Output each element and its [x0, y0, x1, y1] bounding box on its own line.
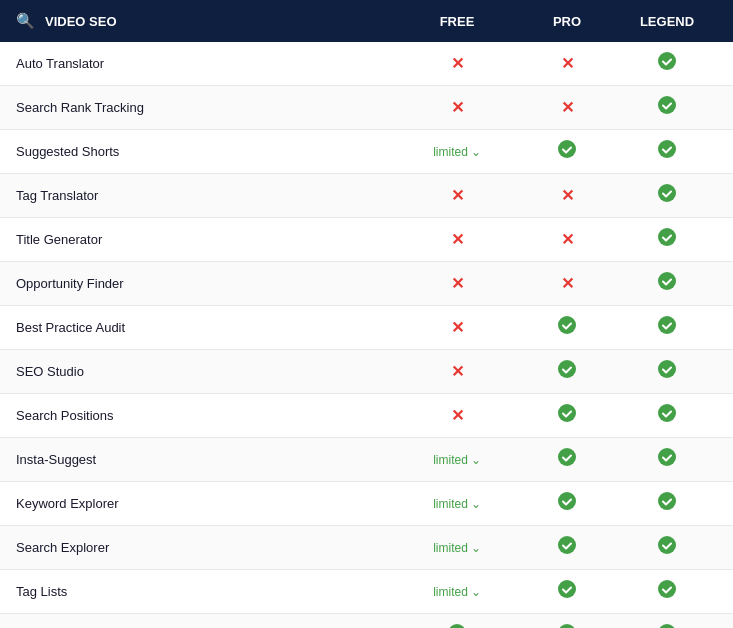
svg-point-1	[658, 96, 676, 114]
check-icon	[557, 535, 577, 560]
cell-pro	[517, 139, 617, 164]
cell-pro: ✕	[517, 274, 617, 293]
section-icon: 🔍	[16, 12, 35, 30]
check-icon	[657, 227, 677, 252]
header-legend: LEGEND	[617, 14, 717, 29]
table-row: Suggested Shortslimited⌄	[0, 130, 733, 174]
row-label: Insta-Suggest	[16, 452, 397, 467]
cell-free: limited⌄	[397, 497, 517, 511]
limited-badge: limited⌄	[433, 497, 481, 511]
table-row: Insta-Suggestlimited⌄	[0, 438, 733, 482]
cell-free: limited⌄	[397, 453, 517, 467]
svg-point-2	[558, 140, 576, 158]
chevron-down-icon: ⌄	[471, 145, 481, 159]
svg-point-21	[448, 624, 466, 628]
check-icon	[557, 579, 577, 604]
cell-pro: ✕	[517, 186, 617, 205]
cell-legend	[617, 139, 717, 164]
cell-free: ✕	[397, 318, 517, 337]
cell-pro: ✕	[517, 54, 617, 73]
x-icon: ✕	[451, 318, 464, 337]
x-icon: ✕	[451, 54, 464, 73]
check-icon	[657, 623, 677, 628]
table-row: Search Explorerlimited⌄	[0, 526, 733, 570]
x-icon: ✕	[451, 274, 464, 293]
limited-badge: limited⌄	[433, 541, 481, 555]
row-label: Keyword Explorer	[16, 496, 397, 511]
cell-pro	[517, 315, 617, 340]
cell-pro	[517, 491, 617, 516]
table-header: 🔍 VIDEO SEO FREE PRO LEGEND	[0, 0, 733, 42]
cell-legend	[617, 183, 717, 208]
row-label: Tag Translator	[16, 188, 397, 203]
check-icon	[657, 183, 677, 208]
table-row: Title Generator✕✕	[0, 218, 733, 262]
limited-badge: limited⌄	[433, 453, 481, 467]
table-row: Tag Listslimited⌄	[0, 570, 733, 614]
cell-legend	[617, 359, 717, 384]
cell-free: ✕	[397, 362, 517, 381]
table-row: Search Rank Tracking✕✕	[0, 86, 733, 130]
svg-point-17	[558, 536, 576, 554]
check-icon	[557, 359, 577, 384]
check-icon	[657, 139, 677, 164]
row-label: Suggested Shorts	[16, 144, 397, 159]
x-icon: ✕	[561, 186, 574, 205]
check-icon	[557, 403, 577, 428]
cell-free	[397, 623, 517, 628]
cell-free: limited⌄	[397, 145, 517, 159]
check-icon	[657, 535, 677, 560]
comparison-table: 🔍 VIDEO SEO FREE PRO LEGEND Auto Transla…	[0, 0, 733, 628]
x-icon: ✕	[561, 230, 574, 249]
x-icon: ✕	[451, 230, 464, 249]
limited-badge: limited⌄	[433, 145, 481, 159]
svg-point-19	[558, 580, 576, 598]
svg-point-18	[658, 536, 676, 554]
row-label: Search Explorer	[16, 540, 397, 555]
svg-point-8	[658, 316, 676, 334]
cell-legend	[617, 227, 717, 252]
cell-legend	[617, 271, 717, 296]
check-icon	[657, 315, 677, 340]
check-icon	[657, 579, 677, 604]
cell-legend	[617, 579, 717, 604]
svg-point-7	[558, 316, 576, 334]
cell-pro	[517, 535, 617, 560]
row-label: Title Generator	[16, 232, 397, 247]
row-label: Search Rank Tracking	[16, 100, 397, 115]
limited-text: limited	[433, 497, 468, 511]
cell-free: ✕	[397, 98, 517, 117]
x-icon: ✕	[561, 274, 574, 293]
svg-point-10	[658, 360, 676, 378]
table-row: Search Positions✕	[0, 394, 733, 438]
x-icon: ✕	[561, 98, 574, 117]
svg-point-5	[658, 228, 676, 246]
svg-point-12	[658, 404, 676, 422]
svg-point-3	[658, 140, 676, 158]
limited-text: limited	[433, 145, 468, 159]
table-row: Tag Translator✕✕	[0, 174, 733, 218]
cell-legend	[617, 403, 717, 428]
row-label: Auto Translator	[16, 56, 397, 71]
cell-free: ✕	[397, 274, 517, 293]
svg-point-0	[658, 52, 676, 70]
cell-legend	[617, 447, 717, 472]
svg-point-22	[558, 624, 576, 628]
svg-point-20	[658, 580, 676, 598]
chevron-down-icon: ⌄	[471, 585, 481, 599]
chevron-down-icon: ⌄	[471, 453, 481, 467]
x-icon: ✕	[561, 54, 574, 73]
cell-legend	[617, 623, 717, 628]
limited-text: limited	[433, 585, 468, 599]
svg-point-15	[558, 492, 576, 510]
check-icon	[557, 447, 577, 472]
table-row: Best Practice Audit✕	[0, 306, 733, 350]
x-icon: ✕	[451, 98, 464, 117]
table-row: Keyword Explorerlimited⌄	[0, 482, 733, 526]
cell-free: ✕	[397, 54, 517, 73]
cell-pro	[517, 579, 617, 604]
table-row: Opportunity Finder✕✕	[0, 262, 733, 306]
limited-text: limited	[433, 453, 468, 467]
x-icon: ✕	[451, 186, 464, 205]
header-pro: PRO	[517, 14, 617, 29]
